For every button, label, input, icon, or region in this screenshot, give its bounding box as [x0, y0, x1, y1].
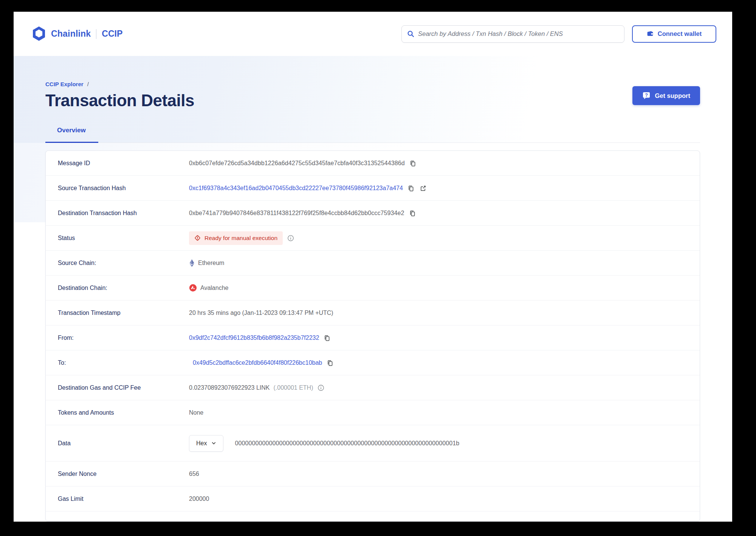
get-support-button[interactable]: ? Get support — [632, 86, 700, 105]
row-label: Status — [58, 235, 189, 242]
get-support-label: Get support — [655, 92, 691, 99]
search-bar[interactable] — [401, 25, 624, 43]
breadcrumb-separator: / — [87, 81, 89, 87]
row-label: Message ID — [58, 160, 189, 167]
tab-overview[interactable]: Overview — [45, 127, 98, 143]
status-badge: Ready for manual execution — [189, 231, 283, 245]
row-label: Destination Chain: — [58, 285, 189, 291]
row-label: From: — [58, 335, 189, 341]
table-row-sender-nonce: Sender Nonce 656 — [46, 462, 700, 486]
copy-icon[interactable] — [408, 209, 417, 217]
copy-icon[interactable] — [326, 359, 334, 367]
brand-divider — [96, 29, 96, 39]
row-label: Transaction Timestamp — [58, 310, 189, 316]
fee-value: 0.023708923076922923 LINK — [189, 384, 270, 391]
wallet-icon — [647, 30, 654, 37]
table-row-dest-chain: Destination Chain: Avalanche — [46, 276, 700, 301]
dest-chain-value: Avalanche — [200, 285, 228, 291]
table-row-source-tx-hash: Source Transaction Hash 0xc1f69378a4c343… — [46, 176, 700, 201]
tokens-value: None — [189, 409, 203, 416]
sender-nonce-value: 656 — [189, 471, 199, 477]
connect-wallet-button[interactable]: Connect wallet — [632, 25, 716, 43]
gas-limit-value: 200000 — [189, 496, 209, 502]
row-label: Destination Gas and CCIP Fee — [58, 384, 189, 391]
table-row-data: Data Hex 0000000000000000000000000000000… — [46, 425, 700, 462]
breadcrumb-link-ccip-explorer[interactable]: CCIP Explorer — [45, 81, 84, 87]
copy-icon[interactable] — [407, 184, 415, 192]
dest-tx-hash-value: 0xbe741a779b9407846e837811f438122f769f25… — [189, 210, 404, 217]
source-tx-hash-link[interactable]: 0xc1f69378a4c343ef16ad2b0470455db3cd2222… — [189, 185, 403, 192]
browser-viewport: Chainlink CCIP Connect wallet — [14, 12, 732, 522]
chevron-down-icon — [211, 441, 216, 446]
info-icon[interactable] — [317, 384, 325, 392]
main-content: Message ID 0xb6c07efde726cd5a34dbb1226a6… — [14, 143, 732, 522]
timestamp-value: 20 hrs 35 mins ago (Jan-11-2023 09:13:47… — [189, 310, 333, 316]
row-label: Sender Nonce — [58, 471, 189, 477]
breadcrumb: CCIP Explorer / — [45, 81, 194, 87]
tab-bar: Overview — [45, 127, 700, 143]
copy-icon[interactable] — [323, 334, 331, 342]
ethereum-icon — [189, 259, 195, 267]
row-label: Source Chain: — [58, 260, 189, 266]
title-block: CCIP Explorer / Transaction Details — [45, 81, 194, 110]
status-badge-label: Ready for manual execution — [204, 235, 277, 242]
table-row-to: To: 0x49d5c2bdffac6ce2bfdb6640f4f80f226b… — [46, 350, 700, 375]
brand-product-name: CCIP — [102, 29, 122, 39]
message-id-value: 0xb6c07efde726cd5a34dbb1226a6d4275c55d34… — [189, 160, 405, 167]
data-format-dropdown[interactable]: Hex — [189, 435, 223, 452]
table-row-timestamp: Transaction Timestamp 20 hrs 35 mins ago… — [46, 301, 700, 325]
table-row-from: From: 0x9df2c742dfcf9612b835fb6b8f982a23… — [46, 325, 700, 350]
row-label: To: — [58, 359, 189, 366]
table-row-gas-limit: Gas Limit 200000 — [46, 486, 700, 511]
row-label: Data — [58, 440, 189, 447]
top-navbar: Chainlink CCIP Connect wallet — [14, 12, 732, 56]
row-label: Tokens and Amounts — [58, 409, 189, 416]
table-row-source-chain: Source Chain: Ethereum — [46, 251, 700, 276]
source-chain-value: Ethereum — [198, 260, 224, 266]
connect-wallet-label: Connect wallet — [658, 30, 702, 37]
row-label: Destination Transaction Hash — [58, 210, 189, 217]
table-row-dest-tx-hash: Destination Transaction Hash 0xbe741a779… — [46, 201, 700, 226]
brand-name: Chainlink — [51, 29, 91, 39]
data-format-selected: Hex — [196, 440, 207, 447]
row-label: Gas Limit — [58, 496, 189, 502]
info-icon[interactable] — [287, 234, 295, 242]
table-row-status: Status Ready for manual execution — [46, 226, 700, 251]
table-row-fee: Destination Gas and CCIP Fee 0.023708923… — [46, 375, 700, 400]
chainlink-logo-icon — [32, 26, 46, 42]
to-address-link[interactable]: 0x49d5c2bdffac6ce2bfdb6640f4f80f226bc10b… — [193, 359, 322, 366]
table-row-partial — [46, 511, 700, 521]
transaction-details-card: Message ID 0xb6c07efde726cd5a34dbb1226a6… — [45, 150, 700, 522]
from-address-link[interactable]: 0x9df2c742dfcf9612b835fb6b8f982a235b7f22… — [189, 335, 319, 341]
copy-icon[interactable] — [409, 159, 417, 167]
question-chat-icon: ? — [642, 91, 651, 100]
avalanche-icon — [189, 284, 197, 292]
data-hex-value: 0000000000000000000000000000000000000000… — [235, 440, 459, 447]
hero-section: CCIP Explorer / Transaction Details ? Ge… — [14, 56, 732, 143]
page-title: Transaction Details — [45, 91, 194, 110]
brand-logo-group[interactable]: Chainlink CCIP — [32, 26, 122, 42]
row-label: Source Transaction Hash — [58, 185, 189, 192]
search-input[interactable] — [418, 30, 619, 37]
table-row-message-id: Message ID 0xb6c07efde726cd5a34dbb1226a6… — [46, 151, 700, 176]
diamond-exclamation-icon — [194, 235, 201, 241]
fee-eth-equivalent: (.000001 ETH) — [274, 384, 313, 391]
svg-text:?: ? — [645, 93, 648, 98]
external-link-icon[interactable] — [419, 184, 427, 192]
search-icon — [407, 30, 414, 37]
table-row-tokens: Tokens and Amounts None — [46, 400, 700, 425]
